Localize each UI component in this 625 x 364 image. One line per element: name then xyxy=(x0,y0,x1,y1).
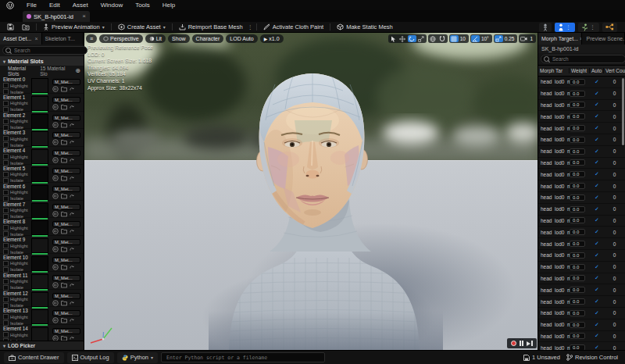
morph-auto-checkbox[interactable]: ✓ xyxy=(590,148,604,155)
material-name[interactable]: M_Met... xyxy=(52,293,80,299)
material-thumbnail[interactable] xyxy=(31,78,48,93)
reset-to-default-icon[interactable] xyxy=(70,105,74,109)
morph-auto-checkbox[interactable]: ✓ xyxy=(590,333,604,339)
material-name[interactable]: M_Met... xyxy=(52,97,80,103)
morph-weight-input[interactable]: 0.0 xyxy=(570,194,585,201)
reset-to-default-icon[interactable] xyxy=(70,212,74,216)
material-name[interactable]: M_Met... xyxy=(52,132,80,138)
material-thumbnail[interactable] xyxy=(31,131,48,146)
highlight-checkbox[interactable] xyxy=(3,154,9,159)
scale-tool-icon[interactable] xyxy=(417,35,426,42)
browse-to-asset-icon[interactable] xyxy=(61,86,67,92)
morph-search-input[interactable] xyxy=(551,55,623,62)
column-vert-count[interactable]: Vert Count xyxy=(604,68,625,73)
add-material-slot-icon[interactable]: ⊕ xyxy=(75,68,80,74)
browse-to-asset-icon[interactable] xyxy=(61,211,67,217)
morph-weight-input[interactable]: 0.0 xyxy=(570,91,585,97)
browse-to-asset-icon[interactable] xyxy=(61,264,67,270)
menu-edit[interactable]: Edit xyxy=(43,0,66,10)
morph-target-row[interactable]: head_lod0_m 0.0 ✓ 0 xyxy=(538,296,625,308)
reset-to-default-icon[interactable] xyxy=(70,318,74,323)
material-slot-row[interactable]: Element 6 Highlight Isolate M_Met... xyxy=(0,183,84,201)
surface-snap-icon[interactable] xyxy=(438,35,447,42)
material-thumbnail[interactable] xyxy=(31,256,48,271)
morph-weight-input[interactable]: 0.0 xyxy=(570,171,585,177)
morph-target-row[interactable]: head_lod0_m 0.0 ✓ 0 xyxy=(538,250,625,262)
reset-to-default-icon[interactable] xyxy=(70,87,74,91)
morph-target-row[interactable]: head_lod0_m 0.0 ✓ 0 xyxy=(538,100,625,112)
morph-auto-checkbox[interactable]: ✓ xyxy=(590,298,604,305)
morph-target-row[interactable]: head_lod0_m 0.0 ✓ 0 xyxy=(538,123,625,134)
material-slot-row[interactable]: Element 9 Highlight Isolate M_Met... xyxy=(0,236,84,254)
browse-to-asset-icon[interactable] xyxy=(61,139,67,145)
morph-weight-input[interactable]: 0.0 xyxy=(570,79,585,85)
material-thumbnail[interactable] xyxy=(31,292,48,307)
morph-target-row[interactable]: head_lod0_m 0.0 ✓ 0 xyxy=(538,319,625,331)
highlight-checkbox[interactable] xyxy=(3,83,9,88)
record-button[interactable] xyxy=(511,341,516,346)
use-selected-asset-icon[interactable] xyxy=(52,157,59,163)
material-thumbnail[interactable] xyxy=(31,309,48,324)
morph-target-row[interactable]: head_lod0_m 0.0 ✓ 0 xyxy=(538,134,625,146)
morph-auto-checkbox[interactable]: ✓ xyxy=(590,171,604,177)
camera-speed-icon[interactable] xyxy=(520,35,528,42)
use-selected-asset-icon[interactable] xyxy=(52,282,59,288)
unreal-logo-icon[interactable] xyxy=(0,0,20,10)
perspective-dropdown[interactable]: Perspective xyxy=(99,34,143,43)
morph-target-search[interactable] xyxy=(541,55,625,63)
morph-weight-input[interactable]: 0.0 xyxy=(570,264,585,270)
output-log-button[interactable]: Output Log xyxy=(67,352,114,363)
morph-auto-checkbox[interactable]: ✓ xyxy=(590,287,604,293)
material-thumbnail[interactable] xyxy=(31,149,48,164)
skeletal-mesh-asset-button[interactable]: ⋮ xyxy=(555,23,575,32)
tab-morph-target[interactable]: Morph Target... × xyxy=(538,33,582,45)
menu-help[interactable]: Help xyxy=(156,0,181,10)
morph-target-row[interactable]: head_lod0_m 0.0 ✓ 0 xyxy=(538,88,625,100)
morph-auto-checkbox[interactable]: ✓ xyxy=(590,194,604,201)
material-slot-row[interactable]: Element 10 Highlight Isolate M_Met... xyxy=(0,254,84,272)
column-weight[interactable]: Weight xyxy=(570,68,590,73)
browse-to-asset-icon[interactable] xyxy=(61,175,67,181)
rotate-tool-icon[interactable] xyxy=(408,35,416,42)
step-forward-button[interactable] xyxy=(527,341,533,346)
menu-asset[interactable]: Asset xyxy=(66,0,95,10)
morph-target-row[interactable]: head_lod0_m 0.0 ✓ 0 xyxy=(538,262,625,273)
morph-weight-input[interactable]: 0.0 xyxy=(570,322,585,328)
morph-weight-input[interactable]: 0.0 xyxy=(570,102,585,108)
material-slot-row[interactable]: Element 7 Highlight Isolate M_Met... xyxy=(0,201,84,219)
morph-target-row[interactable]: head_lod0_m 0.0 ✓ 0 xyxy=(538,204,625,216)
material-name[interactable]: M_Met... xyxy=(52,150,80,156)
world-coordinate-icon[interactable] xyxy=(429,35,438,42)
highlight-checkbox[interactable] xyxy=(3,314,9,319)
morph-weight-input[interactable]: 0.0 xyxy=(570,113,585,120)
rotation-snap-icon[interactable] xyxy=(471,35,480,42)
make-static-mesh-button[interactable]: Make Static Mesh xyxy=(333,23,397,32)
asset-tab[interactable]: SK_B-hp001-id × xyxy=(23,11,90,22)
material-slot-row[interactable]: Element 11 Highlight Isolate M_Met... xyxy=(0,272,84,290)
morph-target-row[interactable]: head_lod0_m 0.0 ✓ 0 xyxy=(538,331,625,343)
menu-window[interactable]: Window xyxy=(95,0,129,10)
grid-snap-icon[interactable] xyxy=(450,35,459,42)
morph-auto-checkbox[interactable]: ✓ xyxy=(590,275,604,281)
material-name[interactable]: M_Met... xyxy=(52,186,80,192)
morph-weight-input[interactable]: 0.0 xyxy=(570,310,585,316)
morph-auto-checkbox[interactable]: ✓ xyxy=(590,241,604,247)
highlight-checkbox[interactable] xyxy=(3,101,9,106)
morph-target-row[interactable]: head_lod0_m 0.0 ✓ 0 xyxy=(538,238,625,250)
column-auto[interactable]: Auto xyxy=(590,68,604,73)
show-dropdown[interactable]: Show xyxy=(168,34,190,43)
asset-details-search[interactable] xyxy=(2,46,88,55)
material-slot-row[interactable]: Element 1 Highlight Isolate M_Met... xyxy=(0,94,84,112)
preview-animation-button[interactable]: Preview Animation ▾ xyxy=(39,23,109,32)
highlight-checkbox[interactable] xyxy=(3,332,9,337)
material-thumbnail[interactable] xyxy=(31,185,48,200)
activate-cloth-paint-button[interactable]: Activate Cloth Paint xyxy=(259,23,327,32)
reset-to-default-icon[interactable] xyxy=(70,301,74,305)
material-thumbnail[interactable] xyxy=(31,220,48,235)
morph-weight-input[interactable]: 0.0 xyxy=(570,159,585,166)
material-thumbnail[interactable] xyxy=(31,274,48,289)
morph-auto-checkbox[interactable]: ✓ xyxy=(590,79,604,85)
animation-blueprint-asset-button[interactable] xyxy=(602,23,617,32)
use-selected-asset-icon[interactable] xyxy=(52,175,59,181)
material-name[interactable]: M_Met... xyxy=(52,204,80,210)
